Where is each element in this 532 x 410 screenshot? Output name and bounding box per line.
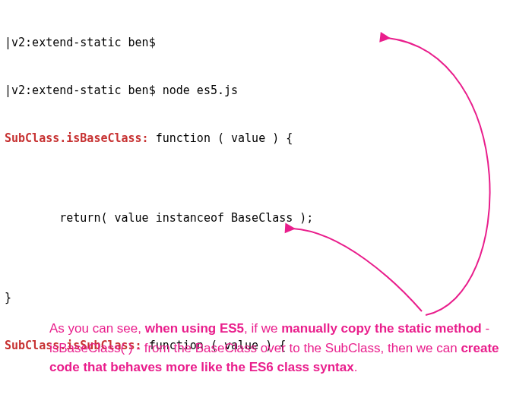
prompt-command: |v2:extend-static ben$ node es5.js — [5, 83, 527, 99]
output-isbaseclass-def: SubClass.isBaseClass: function ( value )… — [5, 131, 527, 147]
output-return-base: return( value instanceof BaseClass ); — [5, 210, 527, 226]
output-brace: } — [5, 290, 527, 306]
annotation-text: As you can see, when using ES5, if we ma… — [49, 319, 502, 377]
prompt-idle: |v2:extend-static ben$ — [5, 35, 527, 51]
